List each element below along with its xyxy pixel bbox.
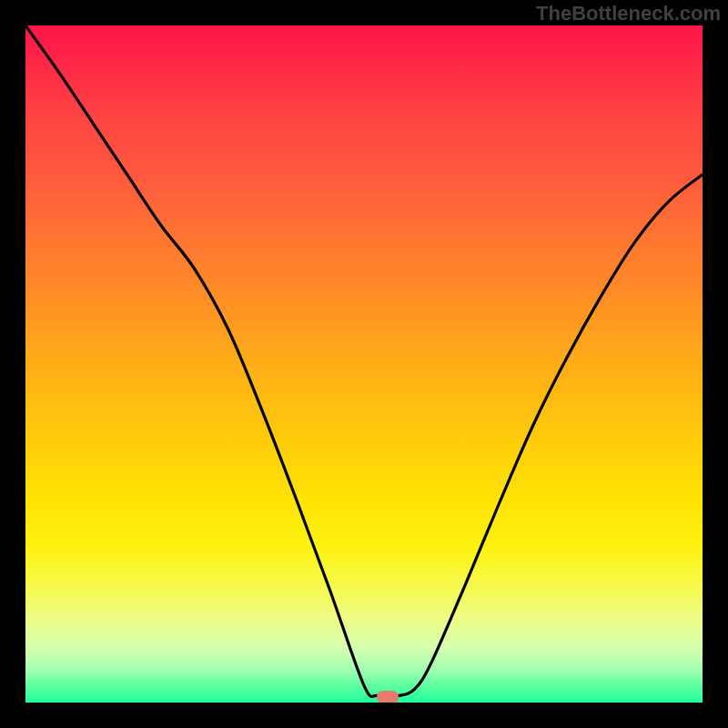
optimum-marker — [377, 691, 399, 703]
watermark-text: TheBottleneck.com — [536, 2, 721, 25]
bottleneck-curve — [25, 25, 703, 703]
curve-path — [25, 25, 703, 697]
chart-frame: TheBottleneck.com — [0, 0, 728, 728]
plot-area — [25, 25, 703, 703]
